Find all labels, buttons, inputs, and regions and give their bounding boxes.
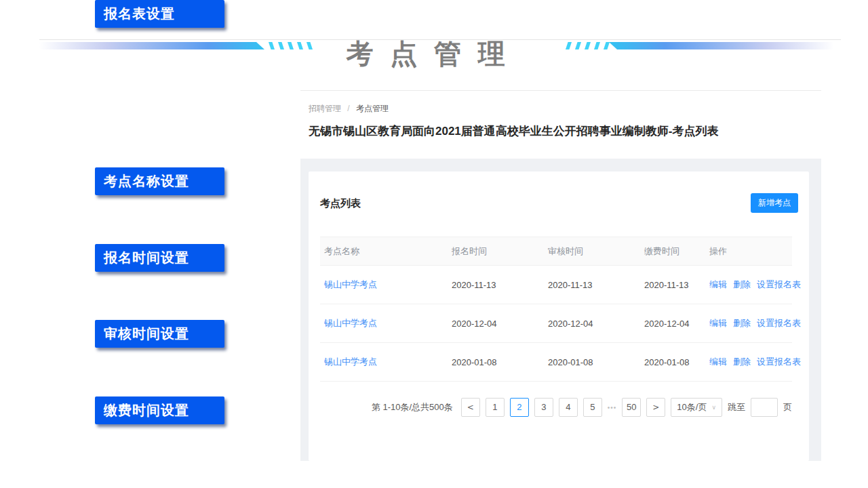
page-size-select[interactable]: 10条/页 ∨ [671,398,722,417]
content-panel: 考点列表 新增考点 考点名称 报名时间 审核时间 缴费时间 操作 锡山中学考点 … [300,159,821,461]
apply-time-cell: 2020-01-08 [448,357,544,367]
sidebar-item-form-settings[interactable]: 报名表设置 [95,0,224,28]
sidebar-item-payment-time-settings[interactable]: 缴费时间设置 [95,396,224,424]
delete-link[interactable]: 删除 [733,317,751,329]
next-page-button[interactable]: > [646,398,665,417]
apply-time-cell: 2020-12-04 [448,319,544,329]
edit-link[interactable]: 编辑 [709,317,727,329]
apply-time-cell: 2020-11-13 [448,280,544,290]
page-unit-label: 页 [783,401,792,413]
col-header-pay-time: 缴费时间 [640,245,705,258]
review-time-cell: 2020-12-04 [544,319,640,329]
pay-time-cell: 2020-01-08 [640,357,705,367]
table-header-row: 考点名称 报名时间 审核时间 缴费时间 操作 [320,237,792,266]
chevron-down-icon: ∨ [711,399,716,416]
col-header-review-time: 审核时间 [544,245,640,258]
sidebar-item-review-time-settings[interactable]: 审核时间设置 [95,320,224,348]
set-form-link[interactable]: 设置报名表 [757,279,801,291]
prev-page-button[interactable]: < [461,398,480,417]
page-button-1[interactable]: 1 [486,398,505,417]
sidebar-item-site-name-settings[interactable]: 考点名称设置 [95,167,224,195]
col-header-site-name: 考点名称 [320,245,448,258]
set-form-link[interactable]: 设置报名表 [757,356,801,368]
page-button-2-active[interactable]: 2 [510,398,529,417]
main-content: 招聘管理 / 考点管理 无锡市锡山区教育局面向2021届普通高校毕业生公开招聘事… [300,90,821,91]
jump-to-page-input[interactable] [751,398,778,417]
table-row: 锡山中学考点 2020-12-04 2020-12-04 2020-12-04 … [320,304,792,343]
col-header-apply-time: 报名时间 [448,245,544,258]
banner-gradient-bar-right [609,42,834,49]
pagination-total-text: 第 1-10条/总共500条 [372,401,453,413]
pay-time-cell: 2020-11-13 [640,280,705,290]
pagination-ellipsis[interactable]: ••• [608,404,617,411]
site-name-link[interactable]: 锡山中学考点 [324,318,377,328]
stripe-decoration [575,42,581,49]
site-name-link[interactable]: 锡山中学考点 [324,357,377,367]
page-button-4[interactable]: 4 [559,398,578,417]
edit-link[interactable]: 编辑 [709,279,727,291]
breadcrumb-item-recruit-management[interactable]: 招聘管理 [309,104,341,113]
breadcrumb-separator: / [347,104,349,113]
site-table: 考点名称 报名时间 审核时间 缴费时间 操作 锡山中学考点 2020-11-13… [320,237,792,382]
stripe-decoration [585,42,591,49]
set-form-link[interactable]: 设置报名表 [757,317,801,329]
page-button-3[interactable]: 3 [534,398,553,417]
breadcrumb: 招聘管理 / 考点管理 [309,103,389,115]
site-list-card: 考点列表 新增考点 考点名称 报名时间 审核时间 缴费时间 操作 锡山中学考点 … [309,171,809,461]
add-site-button[interactable]: 新增考点 [751,193,798,213]
page-button-5[interactable]: 5 [583,398,602,417]
page-button-50[interactable]: 50 [622,398,641,417]
page-banner-title: 考点管理 [0,35,868,73]
page-title: 无锡市锡山区教育局面向2021届普通高校毕业生公开招聘事业编制教师-考点列表 [309,123,821,139]
header-banner: 考点管理 [0,26,868,80]
sidebar-item-apply-time-settings[interactable]: 报名时间设置 [95,244,224,272]
pagination: 第 1-10条/总共500条 < 1 2 3 4 5 ••• 50 > 10条/… [372,398,792,417]
col-header-actions: 操作 [705,245,792,258]
delete-link[interactable]: 删除 [733,356,751,368]
pay-time-cell: 2020-12-04 [640,319,705,329]
page-size-value: 10条/页 [677,399,707,416]
breadcrumb-item-site-management: 考点管理 [356,104,389,113]
table-row: 锡山中学考点 2020-01-08 2020-01-08 2020-01-08 … [320,343,792,382]
card-title: 考点列表 [320,197,361,210]
edit-link[interactable]: 编辑 [709,356,727,368]
banner-stripes-right [566,42,610,49]
review-time-cell: 2020-11-13 [544,280,640,290]
stripe-decoration [594,42,600,49]
site-name-link[interactable]: 锡山中学考点 [324,279,377,289]
stripe-decoration [604,42,610,49]
stripe-decoration [566,42,572,49]
review-time-cell: 2020-01-08 [544,357,640,367]
jump-to-label: 跳至 [728,401,745,413]
delete-link[interactable]: 删除 [733,279,751,291]
table-row: 锡山中学考点 2020-11-13 2020-11-13 2020-11-13 … [320,266,792,304]
